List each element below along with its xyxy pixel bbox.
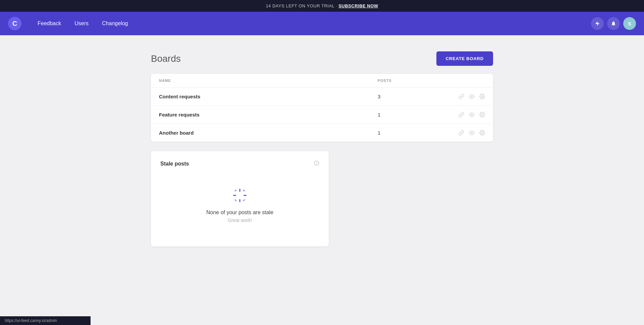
stale-empty-title: None of your posts are stale	[206, 210, 273, 216]
trial-banner: 14 DAYS LEFT ON YOUR TRIAL · SUBSCRIBE N…	[0, 0, 644, 12]
svg-rect-14	[234, 199, 237, 201]
lightning-icon	[595, 21, 600, 26]
svg-rect-13	[243, 189, 245, 192]
col-header-posts: POSTS	[378, 79, 445, 83]
board-posts-count: 1	[378, 112, 445, 118]
row-actions	[445, 94, 485, 99]
lightning-button[interactable]	[591, 17, 604, 30]
svg-rect-12	[244, 195, 247, 196]
table-row: Another board 1	[151, 124, 493, 142]
svg-point-0	[471, 96, 472, 97]
navbar: C Feedback Users Changelog S	[0, 12, 644, 35]
boards-title: Boards	[151, 53, 181, 64]
link-icon[interactable]	[459, 94, 464, 99]
boards-header: Boards CREATE BOARD	[151, 51, 493, 66]
status-bar: https://ui-feed.canny.io/admin	[0, 316, 91, 325]
board-name: Another board	[159, 130, 378, 136]
svg-point-1	[481, 96, 483, 97]
info-icon[interactable]	[314, 160, 319, 167]
settings-icon[interactable]	[479, 94, 485, 99]
svg-rect-15	[234, 189, 237, 192]
nav-links: Feedback Users Changelog	[32, 18, 591, 29]
svg-rect-9	[239, 189, 240, 192]
board-posts-count: 3	[378, 94, 445, 99]
board-posts-count: 1	[378, 130, 445, 136]
nav-feedback[interactable]: Feedback	[32, 18, 66, 29]
app-logo[interactable]: C	[8, 17, 21, 30]
settings-icon[interactable]	[479, 130, 485, 136]
svg-point-3	[481, 114, 483, 115]
view-icon[interactable]	[469, 130, 475, 136]
boards-table: NAME POSTS Content requests 3	[151, 74, 493, 142]
create-board-button[interactable]: CREATE BOARD	[436, 51, 493, 66]
stale-posts-card: Stale posts	[151, 151, 329, 246]
nav-changelog[interactable]: Changelog	[97, 18, 133, 29]
svg-rect-16	[243, 199, 245, 201]
subscribe-link[interactable]: SUBSCRIBE NOW	[338, 3, 378, 8]
stale-posts-header: Stale posts	[160, 160, 319, 167]
status-url: https://ui-feed.canny.io/admin	[5, 318, 57, 323]
settings-icon[interactable]	[479, 112, 485, 118]
nav-actions: S	[591, 17, 636, 30]
svg-point-4	[471, 132, 472, 133]
notifications-button[interactable]	[607, 17, 620, 30]
stale-empty-subtitle: Great work!	[228, 218, 252, 223]
table-header: NAME POSTS	[151, 74, 493, 88]
view-icon[interactable]	[469, 112, 475, 118]
svg-rect-11	[233, 195, 236, 196]
row-actions	[445, 112, 485, 118]
bell-icon	[611, 21, 616, 26]
svg-rect-10	[239, 199, 240, 202]
stale-posts-title: Stale posts	[160, 161, 189, 167]
svg-point-2	[471, 114, 472, 115]
link-icon[interactable]	[459, 130, 464, 136]
loading-spinner-icon	[232, 187, 248, 203]
view-icon[interactable]	[469, 94, 475, 99]
stale-empty-state: None of your posts are stale Great work!	[160, 181, 319, 233]
main-content: Boards CREATE BOARD NAME POSTS Content r…	[138, 35, 506, 263]
link-icon[interactable]	[459, 112, 464, 118]
user-avatar[interactable]: S	[623, 17, 636, 30]
col-header-name: NAME	[159, 79, 378, 83]
board-name: Feature requests	[159, 112, 378, 118]
svg-point-5	[481, 132, 483, 133]
board-name: Content requests	[159, 94, 378, 99]
table-row: Content requests 3	[151, 88, 493, 106]
trial-text: 14 DAYS LEFT ON YOUR TRIAL ·	[266, 3, 338, 8]
row-actions	[445, 130, 485, 136]
nav-users[interactable]: Users	[69, 18, 94, 29]
table-row: Feature requests 1	[151, 106, 493, 124]
col-header-actions	[445, 79, 485, 83]
